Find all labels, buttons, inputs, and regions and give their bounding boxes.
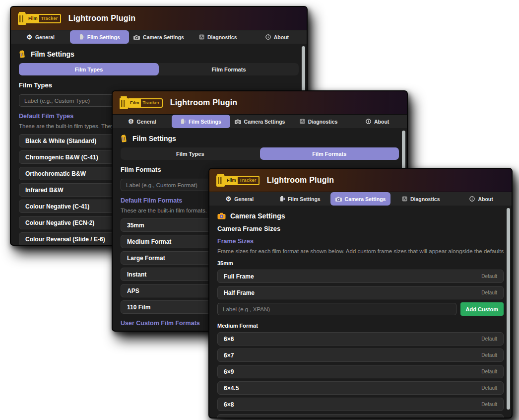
filmtracker-logo: Film Tracker <box>119 96 163 110</box>
tab-label: General <box>35 34 55 40</box>
list-item-label: Medium Format <box>127 238 171 245</box>
list-item-label: Instant <box>127 271 146 278</box>
tab-diagnostics[interactable]: Diagnostics <box>390 192 451 206</box>
tab-label: Camera Settings <box>244 119 285 125</box>
list-item[interactable]: Half Frame Default <box>217 286 504 299</box>
logo-tracker-text: Tracker <box>238 177 259 184</box>
info-icon <box>469 196 475 202</box>
tab-general[interactable]: ⚙ General <box>113 115 172 128</box>
list-item-label: Orthochromatic B&W <box>25 170 86 177</box>
custom-frame-size-input[interactable] <box>217 303 456 315</box>
tab-about[interactable]: About <box>348 115 407 128</box>
film-canister-icon <box>18 50 27 59</box>
group-description: Frame sizes for each film format are sho… <box>217 248 504 255</box>
tab-film-settings[interactable]: Film Settings <box>172 115 231 128</box>
tab-label: Camera Settings <box>345 196 386 202</box>
list-item[interactable]: 6×7 Default <box>217 349 504 362</box>
window-header: Film Tracker Lightroom Plugin <box>113 91 407 115</box>
tab-camera-settings[interactable]: Camera Settings <box>330 192 391 206</box>
tab-label: Film Settings <box>288 196 321 202</box>
tab-film-settings[interactable]: Film Settings <box>70 30 129 44</box>
section-title: Film Settings <box>19 50 299 58</box>
list-item-label: 6×9 <box>224 368 234 375</box>
camera-icon <box>133 35 140 40</box>
default-badge: Default <box>481 385 497 391</box>
camera-icon <box>235 119 241 124</box>
tab-about[interactable]: About <box>248 30 307 44</box>
add-custom-button[interactable]: Add Custom <box>460 302 504 316</box>
window-header: Film Tracker Lightroom Plugin <box>11 7 307 30</box>
tab-label: Diagnostics <box>410 196 440 202</box>
diagnostics-icon <box>300 119 305 124</box>
list-item-label: Large Format <box>127 255 165 262</box>
subtab-film-formats[interactable]: Film Formats <box>260 147 399 160</box>
list-item-label: Colour Negative (ECN-2) <box>25 219 94 226</box>
subtab-film-formats[interactable]: Film Formats <box>159 63 299 75</box>
gear-icon: ⚙ <box>226 196 232 202</box>
default-badge: Default <box>481 274 497 279</box>
filmtracker-logo: Film Tracker <box>17 11 61 25</box>
film-canister-icon <box>120 134 129 143</box>
list-item[interactable]: 6×9 Default <box>217 365 504 378</box>
tab-film-settings[interactable]: Film Settings <box>270 192 330 206</box>
add-custom-frame-row: Add Custom <box>217 302 504 316</box>
tab-diagnostics[interactable]: Diagnostics <box>189 30 248 44</box>
page-heading: Film Types <box>19 81 299 89</box>
list-item[interactable]: 6×6 Default <box>217 332 504 346</box>
list-item-label: Black & White (Standard) <box>25 138 96 144</box>
format-label-medium: Medium Format <box>217 323 504 329</box>
list-item-label: 35mm <box>127 222 144 229</box>
gear-icon: ⚙ <box>26 34 32 40</box>
list-item-label: Chromogenic B&W (C-41) <box>25 154 98 161</box>
tab-about[interactable]: About <box>451 192 512 206</box>
tab-label: About <box>478 196 493 202</box>
nav-tab-bar: ⚙ General Film Settings Camera Settings … <box>11 30 307 44</box>
section-title-label: Camera Settings <box>230 212 285 220</box>
diagnostics-icon <box>402 196 407 202</box>
gear-icon: ⚙ <box>128 119 134 124</box>
film-icon <box>79 34 84 40</box>
nav-tab-bar: ⚙ General Film Settings Camera Settings … <box>209 192 512 206</box>
tab-general[interactable]: ⚙ General <box>11 30 70 44</box>
info-icon <box>366 119 371 124</box>
section-title: Camera Settings <box>217 211 504 220</box>
logo-film-text: Film <box>27 15 39 22</box>
logo-tracker-text: Tracker <box>141 99 162 107</box>
filmtracker-logo: Film Tracker <box>216 173 260 187</box>
tab-camera-settings[interactable]: Camera Settings <box>230 115 289 128</box>
default-badge: Default <box>481 369 497 374</box>
tab-general[interactable]: ⚙ General <box>209 192 270 206</box>
tab-label: Diagnostics <box>308 119 338 125</box>
subtab-film-types[interactable]: Film Types <box>121 147 260 160</box>
info-icon <box>265 34 271 40</box>
list-item[interactable]: 6×4.5 Default <box>217 381 504 395</box>
tab-label: About <box>274 34 289 40</box>
list-item[interactable]: 6×8 Default <box>217 398 504 411</box>
list-item-label: Colour Reversal (Slide / E-6) <box>25 236 105 243</box>
tab-camera-settings[interactable]: Camera Settings <box>129 30 188 44</box>
page-heading: Camera Frame Sizes <box>217 225 504 233</box>
logo-wordmark: Film Tracker <box>224 176 260 185</box>
section-title-label: Film Settings <box>31 50 74 58</box>
camera-icon <box>335 197 342 202</box>
window-title: Lightroom Plugin <box>267 176 334 185</box>
diagnostics-icon <box>199 34 204 40</box>
tab-label: General <box>234 196 254 202</box>
group-heading: Frame Sizes <box>217 238 504 245</box>
default-badge: Default <box>481 402 497 407</box>
frame-sizes-medium-list: 6×6 Default 6×7 Default 6×9 Default 6×4.… <box>217 332 504 419</box>
tab-label: General <box>137 119 156 125</box>
subtab-film-types[interactable]: Film Types <box>19 63 159 75</box>
list-item-label: 110 Film <box>127 304 150 311</box>
list-item-partial[interactable] <box>217 414 504 419</box>
list-item-label: 6×4.5 <box>224 385 239 392</box>
list-item[interactable]: Full Frame Default <box>217 270 504 283</box>
film-icon <box>181 119 186 124</box>
window-header: Film Tracker Lightroom Plugin <box>209 169 512 192</box>
tab-diagnostics[interactable]: Diagnostics <box>289 115 348 128</box>
logo-tracker-text: Tracker <box>39 15 60 22</box>
logo-wordmark: Film Tracker <box>26 14 61 23</box>
default-badge: Default <box>481 336 497 342</box>
scrollbar[interactable] <box>507 208 510 410</box>
camera-icon <box>217 212 226 219</box>
